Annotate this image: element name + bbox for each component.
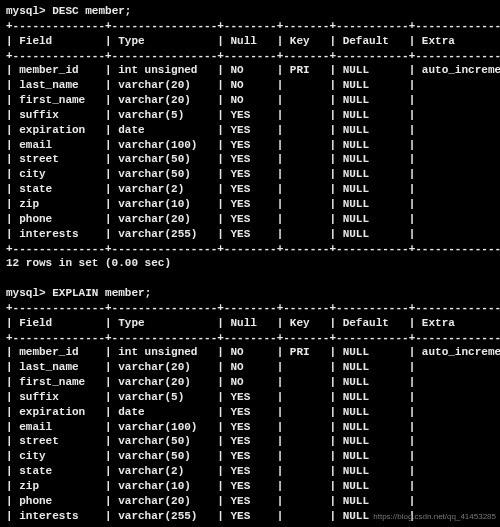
table-row: | first_name | varchar(20) | NO | | NULL… (6, 375, 494, 390)
table-row: | phone | varchar(20) | YES | | NULL | | (6, 212, 494, 227)
table-row: | last_name | varchar(20) | NO | | NULL … (6, 360, 494, 375)
table-row: | city | varchar(50) | YES | | NULL | | (6, 449, 494, 464)
table-row: | member_id | int unsigned | NO | PRI | … (6, 63, 494, 78)
sql-command: EXPLAIN member; (52, 287, 151, 299)
prompt-prefix: mysql> (6, 5, 52, 17)
explain-result-table: +--------------+----------------+-------… (6, 301, 494, 527)
table-row: | email | varchar(100) | YES | | NULL | … (6, 138, 494, 153)
table-row: | expiration | date | YES | | NULL | | (6, 123, 494, 138)
table-row: | zip | varchar(10) | YES | | NULL | | (6, 197, 494, 212)
result-footer: 12 rows in set (0.00 sec) (6, 256, 494, 271)
table-row: | expiration | date | YES | | NULL | | (6, 405, 494, 420)
table-row: | street | varchar(50) | YES | | NULL | … (6, 152, 494, 167)
terminal-output: mysql> DESC member;+--------------+-----… (0, 0, 500, 527)
table-row: | street | varchar(50) | YES | | NULL | … (6, 434, 494, 449)
table-row: | city | varchar(50) | YES | | NULL | | (6, 167, 494, 182)
desc-result-table: +--------------+----------------+-------… (6, 19, 494, 257)
table-separator: +--------------+----------------+-------… (6, 524, 494, 527)
table-row: | interests | varchar(255) | YES | | NUL… (6, 227, 494, 242)
table-row: | member_id | int unsigned | NO | PRI | … (6, 345, 494, 360)
table-row: | state | varchar(2) | YES | | NULL | | (6, 464, 494, 479)
sql-command: DESC member; (52, 5, 131, 17)
blank-line (6, 271, 494, 286)
table-header-row: | Field | Type | Null | Key | Default | … (6, 316, 494, 331)
table-separator: +--------------+----------------+-------… (6, 331, 494, 346)
table-row: | zip | varchar(10) | YES | | NULL | | (6, 479, 494, 494)
table-row: | first_name | varchar(20) | NO | | NULL… (6, 93, 494, 108)
table-separator: +--------------+----------------+-------… (6, 19, 494, 34)
table-row: | state | varchar(2) | YES | | NULL | | (6, 182, 494, 197)
table-header-row: | Field | Type | Null | Key | Default | … (6, 34, 494, 49)
table-row: | suffix | varchar(5) | YES | | NULL | | (6, 390, 494, 405)
table-row: | suffix | varchar(5) | YES | | NULL | | (6, 108, 494, 123)
table-separator: +--------------+----------------+-------… (6, 242, 494, 257)
table-row: | phone | varchar(20) | YES | | NULL | | (6, 494, 494, 509)
table-separator: +--------------+----------------+-------… (6, 49, 494, 64)
prompt-prefix: mysql> (6, 287, 52, 299)
watermark-text: https://blog.csdn.net/qq_41453285 (373, 512, 496, 523)
table-row: | last_name | varchar(20) | NO | | NULL … (6, 78, 494, 93)
table-row: | email | varchar(100) | YES | | NULL | … (6, 420, 494, 435)
prompt-desc[interactable]: mysql> DESC member; (6, 4, 494, 19)
prompt-explain[interactable]: mysql> EXPLAIN member; (6, 286, 494, 301)
table-separator: +--------------+----------------+-------… (6, 301, 494, 316)
